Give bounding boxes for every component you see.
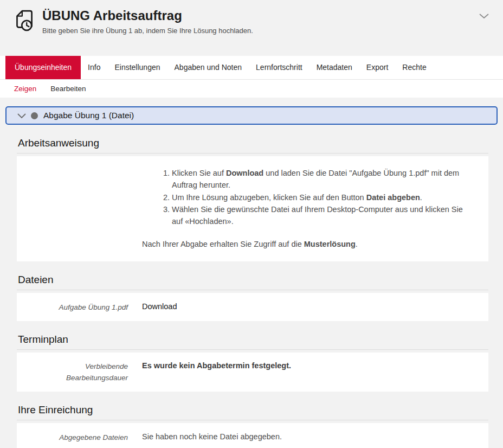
submission-label: Abgegebene Dateien [25,431,128,448]
exercise-document-clock-icon [11,8,36,36]
subtab-zeigen[interactable]: Zeigen [7,80,43,98]
note-text: . [356,240,358,248]
sub-tabbar: Zeigen Bearbeiten [0,79,503,98]
schedule-panel: Verbleibende Bearbeitungsdauer Es wurde … [17,353,488,392]
tab-rechte[interactable]: Rechte [395,56,433,79]
schedule-label: Verbleibende Bearbeitungsdauer [25,360,128,384]
submission-panel: Abgegebene Dateien Sie haben noch keine … [17,423,488,448]
schedule-value: Es wurde kein Abgabetermin festgelegt. [142,360,470,384]
header-text-block: ÜBUNG Arbeitsauftrag Bitte geben Sie ihr… [42,7,253,35]
list-item-text: . [420,193,422,202]
instructions-heading: Arbeitsanweisung [17,137,488,153]
assignment-accordion-header[interactable]: Abgabe Übung 1 (Datei) [5,106,498,125]
submission-heading: Ihre Einreichung [17,404,488,420]
chevron-down-icon[interactable] [17,111,26,121]
list-item-text: Wählen Sie die gewünschte Datei auf Ihre… [172,205,463,226]
list-item: Um Ihre Lösung abzugeben, klicken Sie au… [172,192,470,204]
tab-metadaten[interactable]: Metadaten [309,56,359,79]
list-item-text: Klicken Sie auf [172,169,226,177]
submission-status: Sie haben noch keine Datei abgegeben. [142,431,470,443]
list-item: Klicken Sie auf Download und laden Sie d… [172,168,470,191]
schedule-heading: Terminplan [17,334,488,350]
files-panel: Aufgabe Übung 1.pdf Download [17,293,488,322]
gray-dot-icon [31,112,38,119]
tab-info[interactable]: Info [81,56,107,79]
submission-row: Abgegebene Dateien Sie haben noch keine … [25,431,480,448]
download-link[interactable]: Download [142,302,177,311]
page-header: ÜBUNG Arbeitsauftrag Bitte geben Sie ihr… [0,0,503,56]
files-heading: Dateien [17,274,488,290]
instructions-list: Klicken Sie auf Download und laden Sie d… [142,168,470,228]
list-item-text: Um Ihre Lösung abzugeben, klicken Sie au… [172,193,366,202]
tab-lernfortschritt[interactable]: Lernfortschritt [249,56,309,79]
list-item-bold: Download [226,169,263,177]
tab-einstellungen[interactable]: Einstellungen [107,56,167,79]
list-item-bold: Datei abgeben [366,193,420,202]
page-title: ÜBUNG Arbeitsauftrag [42,8,253,24]
instructions-text: Klicken Sie auf Download und laden Sie d… [142,165,470,254]
chevron-down-icon[interactable] [479,11,489,21]
schedule-row: Verbleibende Bearbeitungsdauer Es wurde … [25,360,480,384]
tab-abgaben-und-noten[interactable]: Abgaben und Noten [167,56,249,79]
note-text: Nach Ihrer Abgabe erhalten Sie Zugriff a… [142,240,304,248]
instructions-panel: Klicken Sie auf Download und laden Sie d… [17,156,488,261]
tab-uebungseinheiten[interactable]: Übungseinheiten [5,56,81,79]
file-name-label: Aufgabe Übung 1.pdf [25,301,128,313]
content-area: Arbeitsanweisung Klicken Sie auf Downloa… [0,137,503,448]
assignment-title: Abgabe Übung 1 (Datei) [43,111,134,120]
subtab-bearbeiten[interactable]: Bearbeiten [43,80,93,98]
list-item: Wählen Sie die gewünschte Datei auf Ihre… [172,204,470,228]
main-tabbar: Übungseinheiten Info Einstellungen Abgab… [0,56,503,79]
tab-export[interactable]: Export [359,56,395,79]
note-bold: Musterlösung [304,240,356,248]
file-row: Aufgabe Übung 1.pdf Download [25,301,480,313]
page-description: Bitte geben Sie ihre Übung 1 ab, indem S… [42,26,253,36]
empty-label [25,165,128,254]
instructions-note: Nach Ihrer Abgabe erhalten Sie Zugriff a… [142,239,470,251]
